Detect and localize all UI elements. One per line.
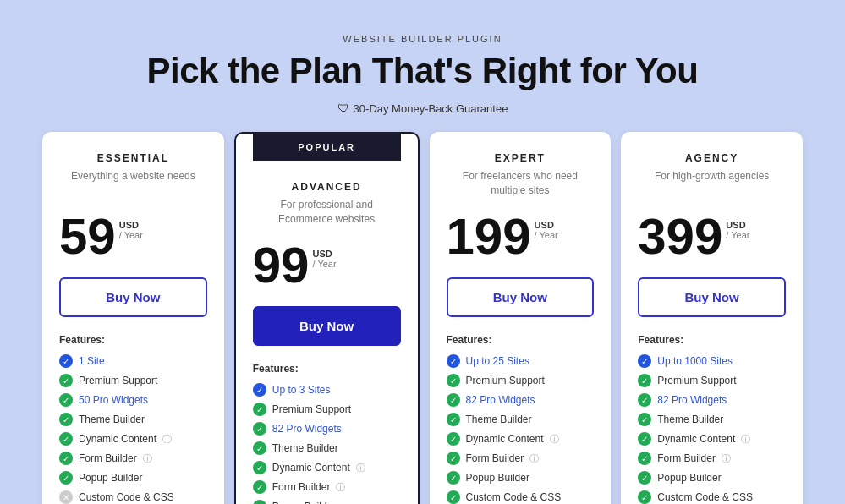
feature-icon-advanced-1: ✓ xyxy=(253,403,266,416)
feature-item-essential-0: ✓ 1 Site xyxy=(59,354,207,368)
feature-text-expert-1: Premium Support xyxy=(466,375,545,386)
feature-text-advanced-3: Theme Builder xyxy=(272,442,338,454)
feature-icon-agency-2: ✓ xyxy=(638,393,651,407)
guarantee-row: 🛡 30-Day Money-Back Guarantee xyxy=(42,101,803,115)
feature-item-expert-0: ✓ Up to 25 Sites xyxy=(447,354,595,368)
feature-item-advanced-0: ✓ Up to 3 Sites xyxy=(253,383,401,397)
feature-text-expert-0: Up to 25 Sites xyxy=(466,355,529,367)
feature-text-agency-4: Dynamic Content xyxy=(657,433,735,445)
price-number-agency: 399 xyxy=(638,211,722,262)
info-icon-agency-4[interactable]: ⓘ xyxy=(741,433,750,446)
price-currency-essential: USD xyxy=(119,220,143,230)
feature-text-expert-7: Custom Code & CSS xyxy=(466,491,562,503)
feature-item-advanced-5: ✓ Form Builder ⓘ xyxy=(253,480,401,494)
feature-item-essential-7: ✕ Custom Code & CSS xyxy=(59,490,207,504)
price-row-agency: 399 USD / Year xyxy=(638,211,786,262)
feature-text-expert-3: Theme Builder xyxy=(466,414,532,425)
feature-text-agency-1: Premium Support xyxy=(657,375,736,386)
feature-text-essential-0: 1 Site xyxy=(79,355,105,367)
price-row-advanced: 99 USD / Year xyxy=(253,240,401,291)
plan-card-advanced: POPULARADVANCEDFor professional and Ecom… xyxy=(234,132,420,504)
buy-button-expert[interactable]: Buy Now xyxy=(447,277,595,317)
price-currency-agency: USD xyxy=(726,220,749,230)
info-icon-agency-5[interactable]: ⓘ xyxy=(722,452,731,465)
plan-name-expert: EXPERT xyxy=(447,152,595,164)
features-agency: Features: ✓ Up to 1000 Sites ✓ Premium S… xyxy=(638,334,786,504)
features-label-advanced: Features: xyxy=(253,363,401,375)
feature-icon-expert-6: ✓ xyxy=(447,471,460,485)
feature-text-advanced-2: 82 Pro Widgets xyxy=(272,423,342,435)
feature-item-advanced-1: ✓ Premium Support xyxy=(253,403,401,416)
info-icon-advanced-5[interactable]: ⓘ xyxy=(336,481,345,494)
price-currency-expert: USD xyxy=(535,220,558,230)
feature-icon-agency-0: ✓ xyxy=(638,354,651,368)
feature-text-essential-4: Dynamic Content xyxy=(79,433,156,445)
feature-item-essential-1: ✓ Premium Support xyxy=(59,374,207,387)
feature-text-essential-7: Custom Code & CSS xyxy=(79,491,174,503)
feature-icon-agency-1: ✓ xyxy=(638,374,651,387)
feature-icon-expert-7: ✓ xyxy=(447,490,460,504)
feature-text-agency-0: Up to 1000 Sites xyxy=(657,355,733,367)
feature-text-essential-2: 50 Pro Widgets xyxy=(79,394,148,406)
feature-text-advanced-0: Up to 3 Sites xyxy=(272,384,331,396)
feature-item-agency-4: ✓ Dynamic Content ⓘ xyxy=(638,432,786,446)
feature-item-advanced-2: ✓ 82 Pro Widgets xyxy=(253,422,401,436)
feature-item-agency-0: ✓ Up to 1000 Sites xyxy=(638,354,786,368)
feature-text-advanced-6: Popup Builder xyxy=(272,501,336,504)
price-meta-advanced: USD / Year xyxy=(313,249,337,269)
price-number-expert: 199 xyxy=(447,211,531,262)
feature-icon-expert-2: ✓ xyxy=(447,393,460,407)
buy-button-agency[interactable]: Buy Now xyxy=(638,277,786,317)
guarantee-text: 30-Day Money-Back Guarantee xyxy=(354,102,508,115)
features-expert: Features: ✓ Up to 25 Sites ✓ Premium Sup… xyxy=(447,334,595,504)
info-icon-expert-4[interactable]: ⓘ xyxy=(550,433,559,446)
main-title: Pick the Plan That's Right for You xyxy=(42,51,803,91)
features-label-agency: Features: xyxy=(638,334,786,346)
feature-item-essential-2: ✓ 50 Pro Widgets xyxy=(59,393,207,407)
feature-text-agency-3: Theme Builder xyxy=(657,414,723,425)
plans-container: ESSENTIALEverything a website needs 59 U… xyxy=(42,132,803,504)
shield-icon: 🛡 xyxy=(337,101,349,115)
price-period-essential: / Year xyxy=(119,230,143,240)
feature-text-essential-6: Popup Builder xyxy=(79,472,142,484)
feature-icon-agency-7: ✓ xyxy=(638,490,651,504)
info-icon-expert-5[interactable]: ⓘ xyxy=(529,452,539,465)
feature-icon-essential-4: ✓ xyxy=(59,432,73,446)
feature-item-essential-5: ✓ Form Builder ⓘ xyxy=(59,452,207,465)
feature-icon-essential-7: ✕ xyxy=(59,490,73,504)
feature-item-agency-6: ✓ Popup Builder xyxy=(638,471,786,485)
plan-desc-advanced: For professional and Ecommerce websites xyxy=(253,198,401,227)
feature-item-advanced-6: ✓ Popup Builder xyxy=(253,500,401,504)
feature-icon-essential-0: ✓ xyxy=(59,354,73,368)
price-currency-advanced: USD xyxy=(313,249,337,259)
feature-icon-essential-6: ✓ xyxy=(59,471,73,485)
feature-item-advanced-4: ✓ Dynamic Content ⓘ xyxy=(253,461,401,474)
feature-icon-advanced-5: ✓ xyxy=(253,480,266,494)
feature-item-agency-1: ✓ Premium Support xyxy=(638,374,786,387)
plan-card-agency: AGENCYFor high-growth agencies 399 USD /… xyxy=(621,132,803,504)
feature-icon-advanced-6: ✓ xyxy=(253,500,266,504)
plan-desc-expert: For freelancers who need multiple sites xyxy=(447,169,595,198)
feature-icon-advanced-2: ✓ xyxy=(253,422,266,436)
feature-item-agency-2: ✓ 82 Pro Widgets xyxy=(638,393,786,407)
price-meta-expert: USD / Year xyxy=(535,220,558,240)
feature-text-essential-5: Form Builder xyxy=(79,452,137,464)
feature-text-advanced-1: Premium Support xyxy=(272,403,351,415)
feature-item-expert-3: ✓ Theme Builder xyxy=(447,413,595,426)
buy-button-essential[interactable]: Buy Now xyxy=(59,277,207,317)
plan-name-agency: AGENCY xyxy=(638,152,786,164)
plan-card-essential: ESSENTIALEverything a website needs 59 U… xyxy=(42,132,224,504)
feature-icon-advanced-0: ✓ xyxy=(253,383,266,397)
feature-text-expert-5: Form Builder xyxy=(466,452,524,464)
info-icon-essential-4[interactable]: ⓘ xyxy=(162,433,172,446)
feature-text-agency-5: Form Builder xyxy=(657,452,716,464)
info-icon-advanced-4[interactable]: ⓘ xyxy=(356,462,365,474)
feature-icon-advanced-4: ✓ xyxy=(253,461,266,474)
buy-button-advanced[interactable]: Buy Now xyxy=(253,306,401,346)
page-wrapper: WEBSITE BUILDER PLUGIN Pick the Plan Tha… xyxy=(17,17,828,504)
features-essential: Features: ✓ 1 Site ✓ Premium Support ✓ 5… xyxy=(59,334,207,504)
info-icon-essential-5[interactable]: ⓘ xyxy=(143,452,152,465)
feature-text-essential-1: Premium Support xyxy=(79,375,157,386)
features-advanced: Features: ✓ Up to 3 Sites ✓ Premium Supp… xyxy=(253,363,401,504)
feature-text-agency-6: Popup Builder xyxy=(657,472,721,484)
